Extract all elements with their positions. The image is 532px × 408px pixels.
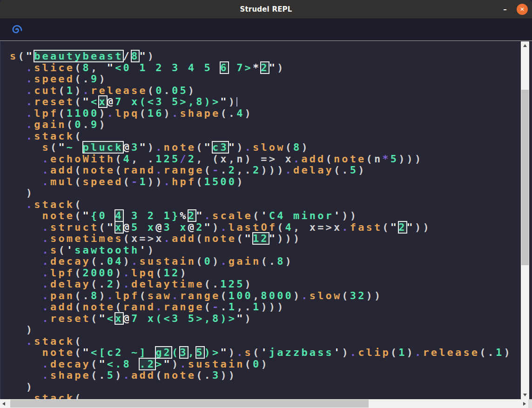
- code-token: 32: [350, 290, 366, 301]
- code-token: , x=>x: [293, 221, 342, 233]
- scrollbar-corner: [528, 399, 532, 408]
- code-token: 8: [293, 141, 301, 153]
- code-line[interactable]: .reset("<x@7 x(<3 5>,8)>"): [10, 96, 532, 108]
- code-token: @: [155, 221, 163, 233]
- code-line[interactable]: .echoWith(4, .125/2, (x,n) => x.add(note…: [10, 154, 532, 165]
- code-line[interactable]: .mul(speed(-1)).hpf(1500): [10, 176, 532, 188]
- code-token: (: [155, 267, 163, 279]
- code-token: lpf: [115, 290, 139, 301]
- code-token: struct: [50, 221, 99, 233]
- code-token: <.8: [107, 358, 140, 370]
- strudel-logo-icon[interactable]: [10, 23, 22, 36]
- code-token: (.: [204, 278, 221, 290]
- scroll-down-icon[interactable]: [523, 394, 527, 396]
- code-token: 125: [220, 278, 244, 290]
- code-token: 1100: [67, 107, 99, 119]
- code-token: .: [10, 164, 50, 176]
- code-line[interactable]: note("{0 4 3 2 1}%2".scale('C4 minor')): [10, 210, 532, 222]
- code-token: speed: [34, 73, 74, 85]
- code-line[interactable]: ): [10, 187, 532, 199]
- code-token: .: [10, 62, 34, 74]
- code-token: (: [91, 313, 99, 324]
- code-token: .: [10, 85, 34, 96]
- close-icon: ✕: [520, 6, 525, 13]
- code-token: .: [155, 164, 163, 176]
- code-token: s: [245, 347, 253, 358]
- code-token: .: [10, 119, 34, 130]
- code-line[interactable]: .delay(.2).delaytime(.125): [10, 279, 532, 290]
- code-token: .: [107, 290, 115, 301]
- code-token: ,.: [236, 164, 253, 176]
- code-token: note: [83, 164, 115, 176]
- code-line[interactable]: .stack(: [10, 199, 532, 211]
- code-token: ,: [91, 62, 107, 74]
- code-line[interactable]: .slice(8, "<0 1 2 3 4 5 6 7>*2"): [10, 62, 532, 74]
- code-token: ": [245, 233, 253, 244]
- code-line[interactable]: .decay(.04).sustain(0).gain(.8): [10, 256, 532, 268]
- code-token: -: [131, 176, 139, 187]
- code-token: (: [366, 153, 374, 165]
- window-title: Strudel REPL: [240, 5, 292, 13]
- code-editor[interactable]: s("beautybeast/8") .slice(8, "<0 1 2 3 4…: [0, 41, 532, 408]
- horizontal-scrollbar-thumb[interactable]: [10, 400, 369, 408]
- scroll-left-icon[interactable]: [2, 402, 5, 406]
- code-token: (: [245, 358, 253, 370]
- code-token: .: [10, 107, 34, 119]
- code-token: (: [67, 119, 74, 130]
- horizontal-scrollbar[interactable]: [0, 399, 528, 408]
- code-line[interactable]: s("beautybeast/8"): [10, 51, 532, 62]
- code-token: ': [334, 210, 342, 221]
- close-button[interactable]: ✕: [517, 4, 528, 15]
- code-token: add: [301, 153, 325, 165]
- code-line[interactable]: .shape(.5).add(note(.3)): [10, 370, 532, 381]
- code-token: sustain: [139, 255, 196, 267]
- code-line[interactable]: s("~ pluck@3").note("c3").slow(8): [10, 142, 532, 154]
- code-line[interactable]: .gain(0.9): [10, 119, 532, 131]
- highlighted-token: x: [115, 221, 123, 233]
- code-line[interactable]: .stack(: [10, 131, 532, 142]
- code-line[interactable]: .lpf(1100).lpq(16).shape(.4): [10, 108, 532, 120]
- code-line[interactable]: .struct("x@5 x@3 x@2").lastOf(4, x=>x.fa…: [10, 222, 532, 234]
- code-line[interactable]: .cut(1).release(0.05): [10, 85, 532, 97]
- highlighted-token: 12: [253, 233, 269, 244]
- vertical-scrollbar-thumb[interactable]: [521, 90, 529, 265]
- code-token: .: [10, 199, 34, 210]
- code-line[interactable]: .decay("<.8 .2>").sustain(0): [10, 359, 532, 370]
- code-token: (: [58, 85, 66, 96]
- code-line[interactable]: .pan(.8).lpf(saw.range(100,8000).slow(32…: [10, 290, 532, 302]
- code-line[interactable]: note("<[c2 ~] g2(3,5)>").s('jazzbass').c…: [10, 347, 532, 359]
- code-line[interactable]: .lpf(2000).lpq(12): [10, 268, 532, 279]
- code-line[interactable]: ): [10, 381, 532, 393]
- code-token: .: [342, 221, 350, 233]
- code-token: 12: [164, 267, 180, 279]
- code-line[interactable]: .stack(: [10, 336, 532, 348]
- code-line[interactable]: .reset("<x@7 x(<3 5>,8)>"): [10, 313, 532, 325]
- code-token: ): [180, 267, 188, 279]
- code-token: .: [220, 221, 228, 233]
- code-token: .: [10, 290, 50, 301]
- scroll-right-icon[interactable]: [523, 402, 526, 406]
- code-line[interactable]: ): [10, 324, 532, 336]
- code-token: ): [245, 107, 253, 119]
- code-line[interactable]: .s('sawtooth'): [10, 245, 532, 256]
- code-token: 1: [496, 347, 504, 358]
- code-line[interactable]: .sometimes(x=>x.add(note("12"))): [10, 233, 532, 245]
- code-token: ): [277, 62, 285, 74]
- code-token: ): [245, 313, 253, 324]
- code-line[interactable]: .speed(.9): [10, 74, 532, 85]
- code-token: .: [83, 85, 91, 96]
- code-token: ))): [277, 233, 301, 244]
- code-token: x=>x: [131, 233, 164, 244]
- code-token: jazzbass: [269, 347, 334, 358]
- code-token: ": [99, 313, 107, 324]
- scroll-up-icon[interactable]: [523, 44, 527, 47]
- code-token: ": [204, 141, 212, 153]
- code-line[interactable]: .add(note(rand.range(-.2,.2))).delay(.5): [10, 165, 532, 176]
- code-content[interactable]: s("beautybeast/8") .slice(8, "<0 1 2 3 4…: [0, 41, 532, 404]
- code-token: stack: [34, 199, 74, 210]
- minimize-button[interactable]: –: [499, 4, 511, 15]
- code-token: (: [196, 233, 204, 244]
- highlighted-token: beautybeast: [34, 50, 123, 62]
- vertical-scrollbar[interactable]: [521, 41, 529, 399]
- code-line[interactable]: .add(note(rand.range(-.1,.1))): [10, 301, 532, 313]
